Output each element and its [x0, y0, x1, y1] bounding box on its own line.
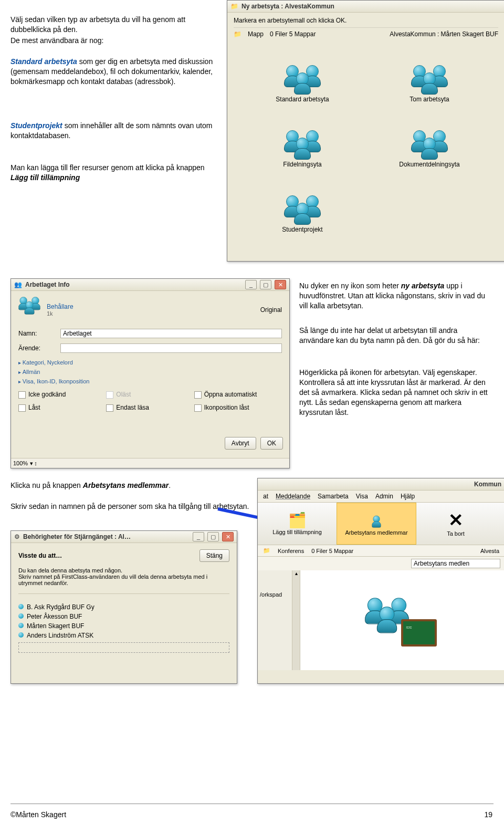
- resource-text: Man kan lägga till fler resurser genom a…: [10, 163, 205, 172]
- ws-instruction: Markera en arbetsytemall och klicka OK.: [234, 17, 498, 24]
- close-button[interactable]: ✕: [222, 532, 234, 541]
- menu-item[interactable]: Samarbeta: [318, 493, 349, 500]
- ws-template-docshare[interactable]: Dokumentdelningsyta: [376, 129, 482, 168]
- minimize-button[interactable]: _: [245, 280, 257, 289]
- menu-item[interactable]: Visa: [356, 493, 368, 500]
- exp-general[interactable]: Allmän: [18, 369, 282, 375]
- folder-icon: 📁: [234, 30, 242, 38]
- exp-icon[interactable]: Visa, Ikon-ID, Ikonposition: [18, 378, 282, 384]
- container-sub: 1k: [47, 310, 74, 317]
- perm-title: Behörigheter för Stjärngänget : Al…: [23, 533, 131, 540]
- zoom-level: 100%: [13, 460, 28, 466]
- user-row[interactable]: Mårten Skagert BUF: [18, 622, 229, 630]
- dyk-label: Visste du att…: [18, 552, 62, 559]
- rp1b: ny arbetsyta: [401, 282, 444, 290]
- container-label: Behållare: [47, 303, 74, 310]
- gear-icon: ⚙: [14, 533, 20, 540]
- footer-page: 19: [484, 810, 492, 820]
- folder-icon: 📁: [263, 547, 270, 554]
- info-window: 👥 Arbetlaget Info _ ▢ ✕ Behållare 1k O: [10, 278, 290, 468]
- crumb2-left: Konferens: [278, 548, 304, 554]
- chk-not-approved[interactable]: Icke godkänd: [18, 391, 106, 399]
- chk-unread[interactable]: Oläst: [106, 391, 194, 399]
- chalkboard-icon: ≈≈: [401, 619, 437, 647]
- remove-icon: ✕: [448, 509, 463, 530]
- subject-input[interactable]: [60, 343, 282, 353]
- menu-item[interactable]: Hjälp: [401, 493, 415, 500]
- ml1c: .: [169, 481, 171, 489]
- toolbar-title: Kommun: [474, 481, 501, 488]
- members-preview-input[interactable]: [411, 559, 500, 568]
- perm-help1: Du kan dela denna abetsyta med någon.: [18, 567, 229, 574]
- ribbon-add-app[interactable]: 🗂️ Lägg till tillämpning: [258, 503, 337, 544]
- ws-template-student[interactable]: Studentprojekt: [249, 194, 355, 233]
- workspace-template-window: 📁 Ny arbetsyta : AlvestaKommun Markera e…: [227, 0, 504, 262]
- crumb2-right: Alvesta: [480, 548, 499, 554]
- people-icon: 👥: [14, 281, 22, 288]
- menu-item[interactable]: Admin: [375, 493, 393, 500]
- cancel-button[interactable]: Avbryt: [225, 437, 256, 450]
- perm-help2: Skriv namnet på FirstClass-användaren du…: [18, 574, 229, 586]
- intro-p2: De mest användbara är nog:: [10, 36, 103, 45]
- chk-locked[interactable]: Låst: [18, 404, 106, 412]
- crumb2-mid: 0 Filer 5 Mappar: [311, 548, 353, 554]
- info-title: Arbetlaget Info: [25, 281, 70, 288]
- rp2: Så länge du inte har delat ut arbetsytan…: [299, 326, 480, 345]
- chk-autoopen[interactable]: Öppna automatiskt: [194, 391, 282, 399]
- ribbon-remove[interactable]: ✕ Ta bort: [416, 503, 495, 544]
- ml2: Skriv sedan in namnen på de personer som…: [10, 502, 249, 510]
- maximize-button[interactable]: ▢: [207, 532, 219, 541]
- folder-icon: 📁: [230, 3, 238, 10]
- intro-p1: Välj sedan vilken typ av arbetsyta du vi…: [10, 15, 185, 34]
- close-help-button[interactable]: Stäng: [200, 549, 229, 562]
- user-row[interactable]: B. Ask Rydgård BUF Gy: [18, 603, 229, 611]
- rp1a: Nu dyker en ny ikon som heter: [299, 282, 401, 290]
- ws-template-empty[interactable]: Tom arbetsyta: [376, 64, 482, 103]
- menu-item[interactable]: at: [263, 493, 268, 500]
- crumb-path: AlvestaKommun : Mårten Skagert BUF: [390, 30, 498, 38]
- ws-template-fileshare[interactable]: Fildelningsyta: [249, 129, 355, 168]
- close-button[interactable]: ✕: [275, 280, 286, 289]
- ok-button[interactable]: OK: [260, 437, 283, 450]
- name-label: Namn:: [18, 330, 55, 337]
- chk-iconpos-locked[interactable]: Ikonposition låst: [194, 404, 282, 412]
- permissions-window: ⚙ Behörigheter för Stjärngänget : Al… _ …: [10, 530, 237, 684]
- ws-template-standard[interactable]: Standard arbetsyta: [249, 64, 355, 103]
- student-link[interactable]: Studentprojekt: [10, 121, 62, 130]
- user-row[interactable]: Anders Lindström ATSK: [18, 632, 229, 639]
- original-label: Original: [260, 306, 282, 314]
- crumb-folder: Mapp: [248, 30, 264, 38]
- menu-item[interactable]: Meddelande: [276, 493, 310, 500]
- ml1a: Klicka nu på knappen: [10, 481, 83, 489]
- subject-label: Ärende:: [18, 345, 55, 352]
- workspace-toolbar-window: Kommun at Meddelande Samarbeta Visa Admi…: [257, 478, 504, 684]
- ml1b: Arbetsytans medlemmar: [83, 481, 169, 489]
- rp3: Högerklicka på ikonen för arbetsytan. Vä…: [299, 368, 488, 416]
- user-row[interactable]: Peter Åkesson BUF: [18, 613, 229, 620]
- ribbon-members[interactable]: Arbetsytans medlemmar: [337, 503, 416, 545]
- exp-category[interactable]: Kategori, Nyckelord: [18, 359, 282, 366]
- chk-readonly[interactable]: Endast läsa: [106, 404, 194, 412]
- add-user-input[interactable]: [18, 642, 229, 653]
- footer-author: ©Mårten Skagert: [10, 810, 66, 820]
- left-cut-label: /orkspad: [260, 591, 282, 598]
- resource-button-name: Lägg till tillämpning: [10, 173, 80, 182]
- name-input[interactable]: [60, 329, 282, 338]
- crumb-stats: 0 Filer 5 Mappar: [270, 30, 316, 38]
- maximize-button[interactable]: ▢: [260, 280, 271, 289]
- ws-title: Ny arbetsyta : AlvestaKommun: [242, 3, 334, 10]
- minimize-button[interactable]: _: [193, 532, 204, 541]
- scrollbar[interactable]: ▴: [292, 570, 300, 670]
- standard-link[interactable]: Standard arbetsyta: [10, 57, 77, 66]
